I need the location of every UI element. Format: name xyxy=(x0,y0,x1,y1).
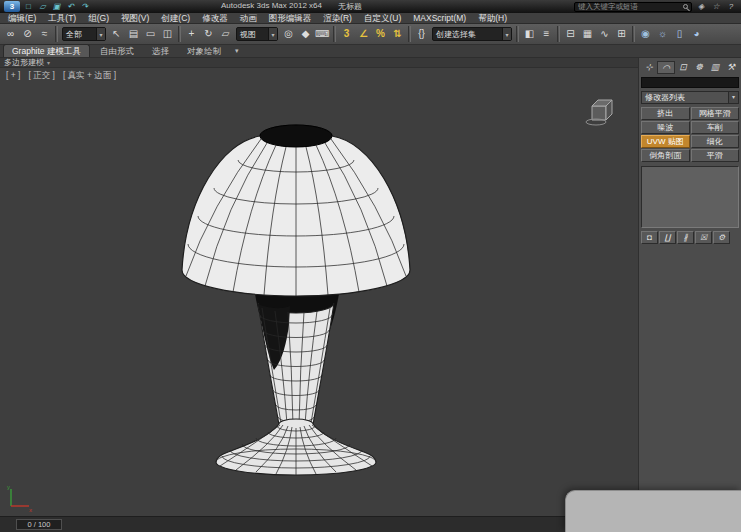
selection-filter-dropdown[interactable]: 全部 ▾ xyxy=(62,27,106,41)
menu-item-group[interactable]: 组(G) xyxy=(82,13,115,23)
angle-snap-button[interactable]: ∠ xyxy=(355,25,372,43)
window-crossing-toggle[interactable]: ◫ xyxy=(159,25,176,43)
angle-snap-icon: ∠ xyxy=(359,29,368,39)
modifier-button-noise[interactable]: 噪波 xyxy=(641,121,690,134)
infocenter-search[interactable]: 键入关键字或短语 xyxy=(574,2,692,12)
menu-item-edit[interactable]: 编辑(E) xyxy=(2,13,42,23)
viewport[interactable]: [ + ] [ 正交 ] [ 真实 + 边面 ] xyxy=(0,68,638,516)
remove-modifier-button[interactable]: ☒ xyxy=(695,231,712,244)
modifier-list-dropdown[interactable]: 修改器列表 ▾ xyxy=(641,91,739,104)
tab-modify[interactable]: ◠ xyxy=(657,61,675,74)
modifier-button-extrude[interactable]: 挤出 xyxy=(641,107,690,120)
rectangular-selection-button[interactable]: ▭ xyxy=(142,25,159,43)
select-and-link-button[interactable]: ∞ xyxy=(2,25,19,43)
select-and-rotate-button[interactable]: ↻ xyxy=(200,25,217,43)
open-file-button[interactable]: ▱ xyxy=(37,1,48,12)
undo-button[interactable]: ↶ xyxy=(65,1,76,12)
modifier-button-uvw-map[interactable]: UVW 贴图 xyxy=(641,135,690,148)
menu-item-help[interactable]: 帮助(H) xyxy=(472,13,513,23)
menu-item-animation[interactable]: 动画 xyxy=(234,13,263,23)
spinner-snap-button[interactable]: ⇅ xyxy=(389,25,406,43)
select-object-button[interactable]: ↖ xyxy=(108,25,125,43)
ribbon-minimize-chevron-icon[interactable]: ▾ xyxy=(231,47,243,57)
schematic-view-button[interactable]: ⊞ xyxy=(613,25,630,43)
toolbar-separator xyxy=(333,26,336,42)
curve-editor-button[interactable]: ∿ xyxy=(596,25,613,43)
tab-hierarchy[interactable]: ⊡ xyxy=(675,61,691,74)
layer-manager-button[interactable]: ⊟ xyxy=(562,25,579,43)
viewport-menu-general[interactable]: [ + ] xyxy=(6,70,20,82)
modifier-button-meshsmooth[interactable]: 网格平滑 xyxy=(691,107,740,120)
mirror-button[interactable]: ◧ xyxy=(521,25,538,43)
viewport-menu-shading[interactable]: [ 真实 + 边面 ] xyxy=(63,70,116,82)
keyboard-override-toggle[interactable]: ⌨ xyxy=(314,25,331,43)
render-setup-button[interactable]: ☼ xyxy=(654,25,671,43)
hierarchy-tab-icon: ⊡ xyxy=(679,62,687,72)
use-pivot-center-button[interactable]: ◎ xyxy=(280,25,297,43)
application-button[interactable]: 3 xyxy=(4,1,20,12)
menu-item-create[interactable]: 创建(C) xyxy=(155,13,196,23)
menu-item-graph-editors[interactable]: 图形编辑器 xyxy=(263,13,318,23)
tab-utilities[interactable]: ⚒ xyxy=(723,61,739,74)
redo-button[interactable]: ↷ xyxy=(79,1,90,12)
menu-item-rendering[interactable]: 渲染(R) xyxy=(317,13,358,23)
display-tab-icon: ▥ xyxy=(711,62,720,72)
select-by-name-button[interactable]: ▤ xyxy=(125,25,142,43)
help-button[interactable]: ? xyxy=(725,1,737,12)
menu-item-customize[interactable]: 自定义(U) xyxy=(358,13,407,23)
rendered-frame-button[interactable]: ▯ xyxy=(671,25,688,43)
menu-item-maxscript[interactable]: MAXScript(M) xyxy=(407,13,472,23)
ribbon-tab-object-paint[interactable]: 对象绘制 xyxy=(179,45,229,57)
render-setup-icon: ☼ xyxy=(658,29,667,39)
configure-modifier-sets-button[interactable]: ⚙ xyxy=(713,231,730,244)
lamp-model[interactable] xyxy=(170,120,426,510)
object-name-field[interactable] xyxy=(641,77,739,88)
modifier-button-bevel-profile[interactable]: 倒角剖面 xyxy=(641,149,690,162)
percent-snap-button[interactable]: % xyxy=(372,25,389,43)
menu-item-tools[interactable]: 工具(T) xyxy=(42,13,82,23)
select-and-scale-button[interactable]: ▱ xyxy=(217,25,234,43)
viewcube[interactable] xyxy=(582,94,622,128)
select-and-manipulate-button[interactable]: ◆ xyxy=(297,25,314,43)
render-production-button[interactable]: ◕ xyxy=(688,25,705,43)
ribbon-tab-freeform[interactable]: 自由形式 xyxy=(92,45,142,57)
unlink-selection-button[interactable]: ⊘ xyxy=(19,25,36,43)
search-icon[interactable] xyxy=(683,4,688,9)
menu-item-views[interactable]: 视图(V) xyxy=(115,13,155,23)
pin-stack-button[interactable]: ◘ xyxy=(641,231,658,244)
material-editor-button[interactable]: ◉ xyxy=(637,25,654,43)
modifier-button-lathe[interactable]: 车削 xyxy=(691,121,740,134)
edit-named-sets-button[interactable]: {} xyxy=(413,25,430,43)
ribbon-tab-graphite-modeling[interactable]: Graphite 建模工具 xyxy=(3,44,90,57)
configure-modifier-sets-icon: ⚙ xyxy=(718,233,725,242)
modifier-button-smooth[interactable]: 平滑 xyxy=(691,149,740,162)
communication-center-button[interactable]: ◈ xyxy=(695,1,707,12)
select-and-move-button[interactable]: + xyxy=(183,25,200,43)
manipulate-icon: ◆ xyxy=(302,29,310,39)
time-slider-handle[interactable]: 0 / 100 xyxy=(16,519,62,530)
polygon-modeling-panel[interactable]: 多边形建模 xyxy=(4,58,44,67)
align-button[interactable]: ≡ xyxy=(538,25,555,43)
favorites-button[interactable]: ☆ xyxy=(710,1,722,12)
save-file-button[interactable]: ▣ xyxy=(51,1,62,12)
ribbon-tab-selection[interactable]: 选择 xyxy=(144,45,177,57)
menu-item-modifiers[interactable]: 修改器 xyxy=(196,13,234,23)
tab-display[interactable]: ▥ xyxy=(707,61,723,74)
named-selection-dropdown[interactable]: 创建选择集 ▾ xyxy=(432,27,512,41)
viewport-menu-pov[interactable]: [ 正交 ] xyxy=(28,70,54,82)
snap-toggle-button[interactable]: 3 xyxy=(338,25,355,43)
reference-coordsys-dropdown[interactable]: 视图 ▾ xyxy=(236,27,278,41)
mirror-icon: ◧ xyxy=(525,29,534,39)
modifier-button-tessellate[interactable]: 细化 xyxy=(691,135,740,148)
show-end-result-button[interactable]: ∐ xyxy=(659,231,676,244)
bind-to-spacewarp-button[interactable]: ≈ xyxy=(36,25,53,43)
make-unique-button[interactable]: ∦ xyxy=(677,231,694,244)
material-sphere-icon: ◉ xyxy=(641,29,650,39)
tab-motion[interactable]: ☸ xyxy=(691,61,707,74)
modifier-stack-list[interactable] xyxy=(641,166,739,228)
ribbon-toggle-button[interactable]: ▦ xyxy=(579,25,596,43)
new-file-button[interactable]: □ xyxy=(23,1,34,12)
tab-create[interactable]: ⊹ xyxy=(641,61,657,74)
viewport-column: 多边形建模 ▾ [ + ] [ 正交 ] [ 真实 + 边面 ] xyxy=(0,58,638,532)
time-slider[interactable]: 0 / 100 xyxy=(0,516,638,532)
